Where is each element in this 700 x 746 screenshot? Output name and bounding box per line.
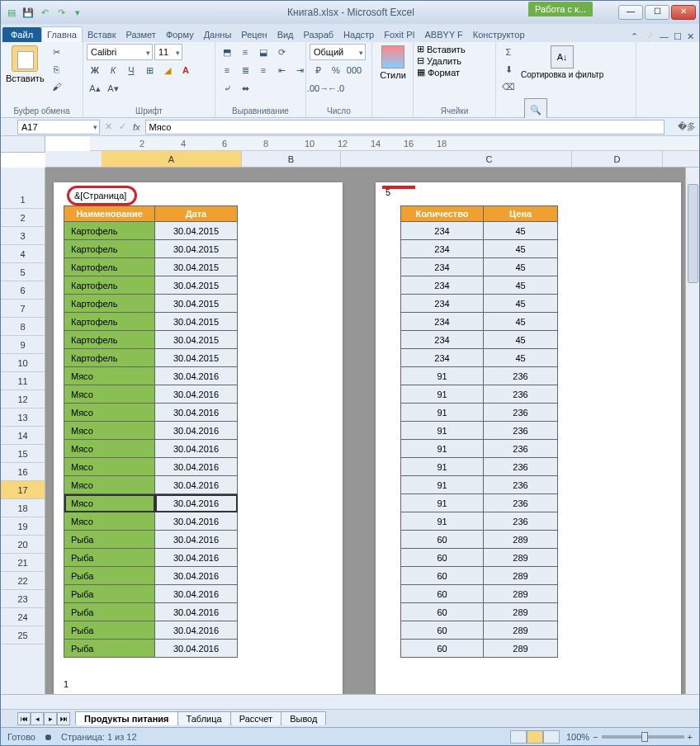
align-right-icon[interactable]: ≡ [255, 62, 272, 78]
sheet-tab-1[interactable]: Таблица [177, 711, 231, 725]
tab-formulas[interactable]: Форму [161, 27, 199, 42]
fill-icon[interactable]: ⬇ [499, 61, 518, 78]
tab-developer[interactable]: Разраб [299, 27, 339, 42]
align-bottom-icon[interactable]: ⬓ [255, 44, 272, 60]
table-row[interactable]: Мясо30.04.2016 [64, 440, 238, 458]
table-row[interactable]: Рыба30.04.2016 [64, 567, 238, 585]
row-header-1[interactable]: 1 [1, 191, 45, 209]
table-row[interactable]: Картофель30.04.2015 [64, 349, 238, 367]
indent-increase-icon[interactable]: ⇥ [291, 62, 308, 78]
close-button[interactable]: ✕ [671, 5, 696, 20]
table-row[interactable]: 91236 [401, 422, 558, 440]
expand-formula-icon[interactable]: �多 [678, 120, 696, 133]
row-header-11[interactable]: 11 [1, 372, 45, 390]
row-header-19[interactable]: 19 [1, 517, 45, 536]
window-restore-icon[interactable]: ☐ [674, 31, 682, 42]
th-qty[interactable]: Количество [401, 206, 484, 222]
zoom-out-button[interactable]: − [593, 732, 598, 742]
clear-icon[interactable]: ⌫ [499, 78, 518, 95]
row-header-20[interactable]: 20 [1, 536, 45, 554]
row-header-8[interactable]: 8 [1, 318, 45, 336]
wrap-text-icon[interactable]: ⤶ [219, 80, 235, 97]
row-header-23[interactable]: 23 [1, 590, 45, 608]
horizontal-scrollbar[interactable] [1, 694, 699, 709]
header-field-text[interactable]: &[Страница] [74, 191, 126, 201]
window-close-icon[interactable]: ✕ [687, 31, 694, 42]
tab-foxit[interactable]: Foxit PI [379, 27, 419, 42]
table-row[interactable]: 60289 [401, 549, 558, 567]
percent-icon[interactable]: % [328, 62, 344, 78]
table-row[interactable]: Рыба30.04.2016 [64, 549, 238, 567]
decrease-decimal-icon[interactable]: ←.0 [328, 80, 344, 97]
row-header-16[interactable]: 16 [1, 463, 45, 481]
paste-button[interactable]: Вставить [4, 44, 46, 85]
tab-view[interactable]: Вид [272, 27, 299, 42]
align-center-icon[interactable]: ≣ [237, 62, 253, 78]
row-header-17[interactable]: 17 [1, 481, 45, 499]
row-header-10[interactable]: 10 [1, 354, 45, 372]
increase-font-icon[interactable]: A▴ [87, 80, 103, 97]
row-header-21[interactable]: 21 [1, 554, 45, 572]
tab-file[interactable]: Файл [2, 27, 41, 42]
table-row[interactable]: Картофель30.04.2015 [64, 313, 238, 331]
table-row[interactable]: 23445 [401, 222, 558, 240]
table-row[interactable]: Мясо30.04.2016 [64, 494, 238, 512]
zoom-thumb[interactable] [641, 732, 648, 742]
table-row[interactable]: 60289 [401, 531, 558, 549]
currency-icon[interactable]: ₽ [310, 62, 326, 78]
table-row[interactable]: 91236 [401, 404, 558, 422]
tab-abbyy[interactable]: ABBYY F [420, 27, 468, 42]
sort-filter-button[interactable]: A↓ Сортировка и фильтр [519, 44, 605, 81]
table-row[interactable]: 60289 [401, 603, 558, 621]
copy-icon[interactable]: ⎘ [48, 61, 66, 78]
cells-format-button[interactable]: ▦Формат [417, 67, 460, 78]
redo-icon[interactable]: ↷ [54, 5, 69, 20]
sheet-tab-2[interactable]: Рассчет [230, 711, 282, 725]
th-date[interactable]: Дата [155, 206, 238, 222]
table-row[interactable]: Мясо30.04.2016 [64, 367, 238, 385]
tab-insert[interactable]: Вставк [83, 27, 121, 42]
sheet-nav-last[interactable]: ⏭ [57, 712, 70, 725]
fill-color-icon[interactable]: ◢ [159, 62, 176, 78]
name-box[interactable]: A17 [17, 120, 100, 135]
row-header-2[interactable]: 2 [1, 209, 45, 227]
indent-decrease-icon[interactable]: ⇤ [273, 62, 290, 78]
table-row[interactable]: 91236 [401, 512, 558, 531]
table-row[interactable]: Картофель30.04.2015 [64, 295, 238, 313]
table-row[interactable]: Рыба30.04.2016 [64, 531, 238, 549]
sheet-nav-next[interactable]: ▸ [44, 712, 57, 725]
table-row[interactable]: 60289 [401, 621, 558, 640]
row-header-12[interactable]: 12 [1, 390, 45, 408]
minimize-button[interactable]: — [618, 5, 643, 20]
autosum-icon[interactable]: Σ [499, 44, 518, 60]
styles-button[interactable]: Стили [376, 44, 410, 82]
table-row[interactable]: 60289 [401, 567, 558, 585]
table-row[interactable]: Мясо30.04.2016 [64, 512, 238, 531]
table-row[interactable]: Картофель30.04.2015 [64, 276, 238, 295]
table-row[interactable]: 91236 [401, 458, 558, 476]
view-page-layout-button[interactable] [527, 730, 543, 744]
row-header-7[interactable]: 7 [1, 300, 45, 318]
orientation-icon[interactable]: ⟳ [273, 44, 290, 60]
table-row[interactable]: 91236 [401, 367, 558, 385]
table-row[interactable]: 91236 [401, 440, 558, 458]
table-row[interactable]: Мясо30.04.2016 [64, 404, 238, 422]
row-header-24[interactable]: 24 [1, 608, 45, 626]
sheet-tab-0[interactable]: Продукты питания [75, 711, 178, 725]
col-header-b[interactable]: B [242, 151, 341, 167]
view-page-break-button[interactable] [543, 730, 560, 744]
scrollbar-thumb[interactable] [688, 184, 698, 283]
table-row[interactable]: 23445 [401, 295, 558, 313]
col-header-a[interactable]: A [102, 151, 242, 167]
table-row[interactable]: 23445 [401, 331, 558, 349]
bold-icon[interactable]: Ж [87, 62, 103, 78]
table-row[interactable]: Картофель30.04.2015 [64, 240, 238, 258]
table-row[interactable]: 60289 [401, 640, 558, 658]
table-row[interactable]: Рыба30.04.2016 [64, 640, 238, 658]
align-middle-icon[interactable]: ≡ [237, 44, 253, 60]
zoom-level[interactable]: 100% [566, 732, 589, 742]
undo-icon[interactable]: ↶ [37, 5, 52, 20]
align-left-icon[interactable]: ≡ [219, 62, 235, 78]
th-price[interactable]: Цена [484, 206, 558, 222]
table-row[interactable]: Картофель30.04.2015 [64, 258, 238, 276]
